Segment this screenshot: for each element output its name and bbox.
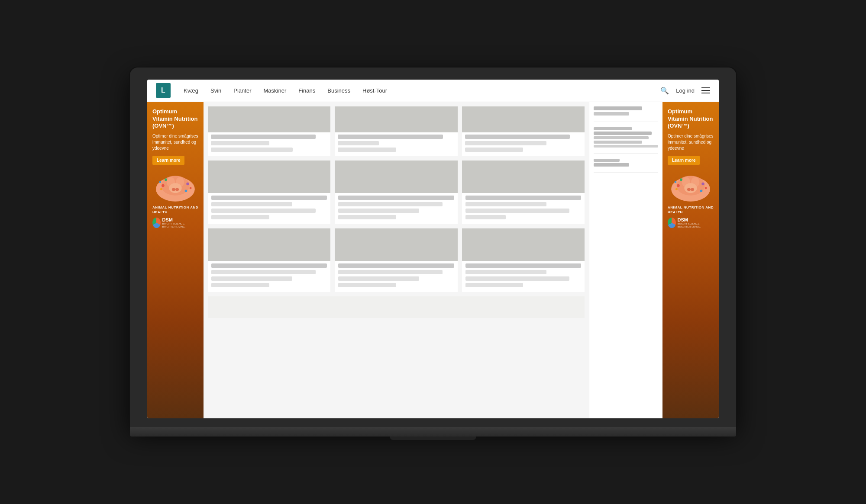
sidebar-section-1 — [594, 106, 658, 122]
top-article-1[interactable] — [208, 106, 330, 156]
article-9-meta — [462, 261, 585, 292]
sidebar-header-1 — [594, 106, 642, 110]
menu-line-2 — [701, 90, 710, 91]
hamburger-menu-icon[interactable] — [701, 87, 710, 93]
content-area — [204, 102, 589, 419]
left-ad-pig-image — [152, 168, 198, 203]
skeleton-bar — [338, 209, 419, 213]
svg-point-12 — [190, 187, 192, 189]
skeleton-bar — [211, 141, 269, 145]
nav-bar: L Kvæg Svin Planter Maskiner Finans Busi… — [147, 80, 719, 102]
top-article-3-image — [462, 106, 585, 132]
screen-bezel: L Kvæg Svin Planter Maskiner Finans Busi… — [130, 67, 736, 427]
svg-point-9 — [165, 179, 167, 181]
top-article-2-meta — [335, 132, 457, 156]
search-icon[interactable]: 🔍 — [660, 87, 669, 95]
top-article-3-meta — [462, 132, 585, 156]
nav-link-svin[interactable]: Svin — [210, 87, 221, 94]
top-article-3[interactable] — [462, 106, 585, 156]
menu-line-3 — [701, 93, 710, 93]
nav-link-finans[interactable]: Finans — [298, 87, 315, 94]
skeleton-bar — [211, 196, 327, 200]
svg-point-25 — [701, 183, 704, 186]
svg-point-20 — [691, 188, 694, 191]
article-card-6[interactable] — [462, 161, 585, 224]
right-ad-learn-more-button[interactable]: Learn more — [668, 156, 700, 165]
skeleton-bar — [465, 283, 523, 287]
article-7-image — [208, 228, 330, 261]
right-ad-title: Optimum Vitamin Nutrition (OVN™) — [668, 108, 714, 130]
articles-grid-bottom — [208, 228, 585, 292]
skeleton-bar — [465, 141, 547, 145]
left-dsm-text-group: DSM BRIGHT SCIENCE. BRIGHTER LIVING. — [162, 217, 198, 228]
article-card-4[interactable] — [208, 161, 330, 224]
skeleton-bar — [211, 276, 292, 281]
skeleton-bar — [338, 276, 419, 281]
skeleton-bar — [338, 141, 378, 145]
skeleton-bar — [211, 202, 292, 206]
article-6-meta — [462, 193, 585, 224]
left-ad-learn-more-button[interactable]: Learn more — [152, 156, 184, 165]
left-ad-banner[interactable]: Optimum Vitamin Nutrition (OVN™) Optimer… — [147, 102, 204, 419]
svg-point-19 — [687, 188, 691, 191]
skeleton-bar — [338, 196, 454, 200]
right-ad-pig-image — [668, 168, 714, 203]
nav-link-kvaeg[interactable]: Kvæg — [184, 87, 198, 94]
right-dsm-logo-circle — [668, 218, 676, 228]
skeleton-bar — [338, 283, 396, 287]
svg-point-6 — [175, 188, 179, 191]
svg-point-27 — [700, 190, 703, 193]
sidebar-sub-5 — [594, 145, 658, 148]
right-ad-bottom-text: ANIMAL NUTRITION AND HEALTH — [668, 205, 714, 215]
top-partial-row — [208, 106, 585, 156]
left-dsm-logo-circle — [152, 218, 161, 228]
skeleton-bar — [211, 283, 269, 287]
article-card-8[interactable] — [335, 228, 457, 292]
left-ad-logo-row: DSM BRIGHT SCIENCE. BRIGHTER LIVING. — [152, 217, 198, 228]
skeleton-bar — [211, 209, 316, 213]
svg-point-10 — [160, 188, 162, 190]
svg-point-13 — [185, 190, 187, 193]
site-logo[interactable]: L — [156, 83, 171, 98]
skeleton-bar — [465, 209, 570, 213]
svg-point-23 — [680, 179, 682, 181]
sidebar-section-2 — [594, 127, 658, 154]
right-dsm-tagline: BRIGHT SCIENCE. BRIGHTER LIVING. — [678, 222, 714, 228]
article-8-image — [335, 228, 457, 261]
laptop-base — [130, 427, 736, 437]
sidebar-sub-6 — [594, 159, 620, 162]
left-dsm-tagline: BRIGHT SCIENCE. BRIGHTER LIVING. — [162, 222, 198, 228]
login-button[interactable]: Log ind — [676, 87, 695, 94]
right-ad-banner[interactable]: Optimum Vitamin Nutrition (OVN™) Optimer… — [662, 102, 719, 419]
svg-point-24 — [675, 188, 678, 190]
article-card-9[interactable] — [462, 228, 585, 292]
article-card-5[interactable] — [335, 161, 457, 224]
skeleton-bar — [465, 215, 506, 219]
nav-right: 🔍 Log ind — [660, 87, 710, 95]
skeleton-bar — [211, 215, 269, 219]
article-8-meta — [335, 261, 457, 292]
svg-point-8 — [159, 181, 161, 183]
top-article-1-image — [208, 106, 330, 132]
article-card-7[interactable] — [208, 228, 330, 292]
skeleton-bar — [338, 270, 443, 274]
skeleton-bar — [465, 196, 581, 200]
skeleton-bar — [211, 135, 316, 139]
svg-point-7 — [162, 184, 165, 187]
skeleton-bar — [211, 148, 293, 152]
nav-link-hoest[interactable]: Høst-Tour — [362, 87, 387, 94]
nav-link-business[interactable]: Business — [327, 87, 350, 94]
skeleton-bar — [465, 148, 523, 152]
top-article-2[interactable] — [335, 106, 457, 156]
left-ad-subtitle: Optimer dine smågrises immunitet, sundhe… — [152, 133, 198, 151]
skeleton-bar — [338, 135, 443, 139]
nav-link-planter[interactable]: Planter — [233, 87, 251, 94]
nav-link-maskiner[interactable]: Maskiner — [263, 87, 286, 94]
left-dsm-name: DSM — [162, 217, 198, 222]
svg-point-26 — [705, 187, 707, 189]
svg-point-11 — [186, 183, 189, 186]
main-layout: Optimum Vitamin Nutrition (OVN™) Optimer… — [147, 102, 719, 419]
right-ad-subtitle: Optimer dine smågrises immunitet, sundhe… — [668, 133, 714, 151]
right-sidebar — [589, 102, 662, 419]
sidebar-sub-1 — [594, 127, 632, 130]
